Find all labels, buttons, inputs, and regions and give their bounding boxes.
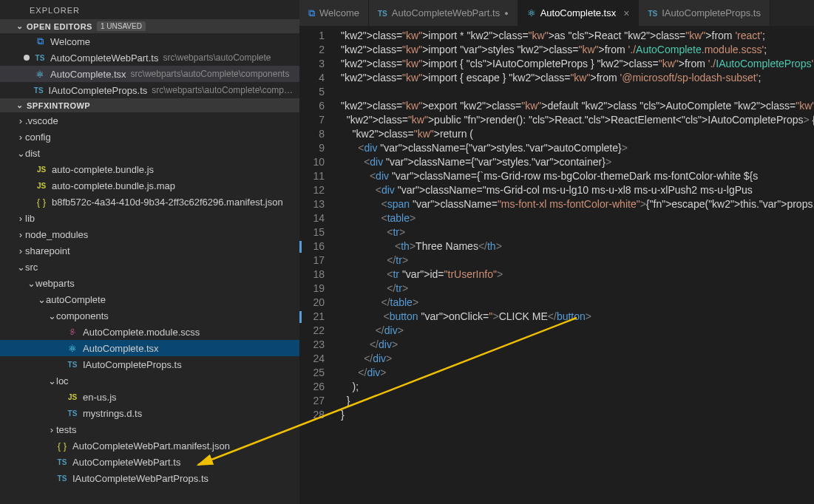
- tree-folder[interactable]: ›node_modules: [0, 226, 299, 242]
- chevron-down-icon: ⌄: [47, 310, 56, 321]
- tree-file[interactable]: TSIAutoCompleteWebPartProps.ts: [0, 470, 299, 486]
- tree-folder[interactable]: ⌄dist: [0, 145, 299, 161]
- editor-tab[interactable]: ⧉Welcome: [299, 0, 369, 26]
- tree-label: lib: [25, 213, 35, 224]
- tree-file[interactable]: ⚛AutoComplete.tsx: [0, 340, 299, 356]
- react-icon: ⚛: [67, 343, 78, 354]
- tree-file[interactable]: JSauto-complete.bundle.js.map: [0, 177, 299, 194]
- line-number: 9: [299, 141, 325, 155]
- line-number: 5: [299, 85, 325, 99]
- line-number: 6: [299, 99, 325, 113]
- tree-label: AutoComplete.module.scss: [83, 327, 200, 338]
- open-editor-label: AutoCompleteWebPart.ts: [50, 52, 158, 64]
- tree-folder[interactable]: ⌄src: [0, 259, 299, 275]
- tree-file[interactable]: TSmystrings.d.ts: [0, 405, 299, 421]
- chevron-down-icon: ⌄: [16, 262, 25, 273]
- line-number: 26: [299, 380, 325, 394]
- tree-file[interactable]: { }b8fb572c-4a34-410d-9b34-2ff3c62f6296.…: [0, 194, 299, 210]
- javascript-icon: JS: [35, 166, 47, 174]
- line-number: 21: [299, 310, 325, 324]
- tree-folder[interactable]: ⌄autoComplete: [0, 291, 299, 307]
- tree-folder[interactable]: ›config: [0, 129, 299, 145]
- tree-folder[interactable]: ⌄loc: [0, 372, 299, 389]
- tree-folder[interactable]: ›.vscode: [0, 112, 299, 129]
- chevron-down-icon: ⌄: [37, 294, 46, 305]
- open-editor-item[interactable]: TSAutoCompleteWebPart.tssrc\webparts\aut…: [0, 50, 299, 66]
- project-header[interactable]: ⌄ SPFXINTROWP: [0, 98, 299, 112]
- close-icon[interactable]: ×: [623, 7, 629, 19]
- code-line: <div "var">className="ms-Grid-col ms-u-l…: [341, 183, 814, 197]
- code-line: "kw2">class="kw">import "var">styles "kw…: [341, 43, 814, 57]
- code-line: "kw2">class="kw">import { "cls">IAutoCom…: [341, 57, 814, 71]
- tree-folder[interactable]: ⌄webparts: [0, 275, 299, 291]
- line-number: 7: [299, 113, 325, 127]
- tree-file[interactable]: TSIAutoCompleteProps.ts: [0, 356, 299, 372]
- typescript-icon: TS: [56, 474, 68, 483]
- code-line: </div>: [341, 352, 814, 366]
- code-line: "kw2">class="kw">import * "kw2">class="k…: [341, 29, 814, 43]
- editor-tab[interactable]: TSIAutoCompleteProps.ts: [639, 0, 770, 26]
- line-number: 1: [299, 29, 325, 43]
- chevron-right-icon: ›: [16, 132, 25, 143]
- tree-folder[interactable]: ›tests: [0, 421, 299, 437]
- tree-file[interactable]: TSAutoCompleteWebPart.ts: [0, 454, 299, 470]
- typescript-icon: TS: [378, 7, 387, 18]
- line-number: 4: [299, 71, 325, 85]
- open-editor-item[interactable]: ⧉Welcome: [0, 33, 299, 50]
- chevron-right-icon: ›: [16, 213, 25, 224]
- open-editor-item[interactable]: TSIAutoCompleteProps.tssrc\webparts\auto…: [0, 82, 299, 98]
- tab-label: AutoComplete.tsx: [540, 7, 617, 18]
- tree-label: tests: [56, 424, 76, 435]
- code-line: "kw2">class="kw">public "fn">render(): "…: [341, 113, 814, 127]
- vscode-icon: ⧉: [34, 35, 46, 47]
- javascript-icon: JS: [35, 182, 47, 190]
- tree-file[interactable]: ୫AutoComplete.module.scss: [0, 324, 299, 340]
- open-editor-item[interactable]: ⚛AutoComplete.tsxsrc\webparts\autoComple…: [0, 66, 299, 82]
- tree-file[interactable]: { }AutoCompleteWebPart.manifest.json: [0, 437, 299, 454]
- tree-label: dist: [25, 148, 40, 159]
- code-line: <div "var">className={"var">styles."var"…: [341, 155, 814, 169]
- code-line: <div "var">className={"var">styles."var"…: [341, 141, 814, 155]
- tree-label: loc: [56, 375, 69, 386]
- typescript-icon: TS: [34, 54, 46, 62]
- open-editor-path: src\webparts\autoComplete\compone...: [152, 85, 294, 95]
- code-line: </div>: [341, 338, 814, 352]
- tree-file[interactable]: JSauto-complete.bundle.js: [0, 161, 299, 177]
- tree-folder[interactable]: ⌄components: [0, 307, 299, 324]
- editor-tab[interactable]: TSAutoCompleteWebPart.ts●: [369, 0, 518, 26]
- tree-label: sharepoint: [25, 245, 70, 256]
- line-number: 28: [299, 408, 325, 422]
- chevron-right-icon: ›: [16, 245, 25, 256]
- editor-tab[interactable]: ⚛AutoComplete.tsx×: [518, 0, 640, 26]
- code-line: </div>: [341, 366, 814, 380]
- editor-tabs: ⧉WelcomeTSAutoCompleteWebPart.ts●⚛AutoCo…: [299, 0, 814, 26]
- open-editor-label: Welcome: [50, 36, 90, 47]
- code-line: );: [341, 380, 814, 394]
- code-line: </div>: [341, 324, 814, 338]
- tree-label: webparts: [35, 278, 75, 289]
- code-line: <table>: [341, 211, 814, 225]
- tree-folder[interactable]: ›sharepoint: [0, 242, 299, 259]
- tree-folder[interactable]: ›lib: [0, 210, 299, 226]
- code-line: <th>Three Names</th>: [341, 239, 814, 253]
- code-line: [341, 85, 814, 99]
- typescript-icon: TS: [67, 361, 78, 369]
- json-icon: { }: [35, 197, 47, 208]
- code-line: </table>: [341, 296, 814, 310]
- typescript-icon: TS: [56, 458, 68, 466]
- line-number: 8: [299, 127, 325, 141]
- tree-label: auto-complete.bundle.js.map: [52, 180, 175, 191]
- code-content[interactable]: "kw2">class="kw">import * "kw2">class="k…: [335, 26, 814, 504]
- tree-file[interactable]: JSen-us.js: [0, 389, 299, 405]
- line-number: 24: [299, 352, 325, 366]
- open-editors-header[interactable]: ⌄ OPEN EDITORS 1 UNSAVED: [0, 19, 299, 33]
- line-number: 25: [299, 366, 325, 380]
- modified-dot-icon: ●: [504, 10, 508, 17]
- chevron-right-icon: ›: [47, 424, 56, 435]
- chevron-down-icon: ⌄: [47, 375, 56, 386]
- line-number: 16: [299, 239, 325, 253]
- line-number: 11: [299, 169, 325, 183]
- open-editors-label: OPEN EDITORS: [27, 22, 92, 31]
- chevron-right-icon: ›: [16, 229, 25, 240]
- line-number: 3: [299, 57, 325, 71]
